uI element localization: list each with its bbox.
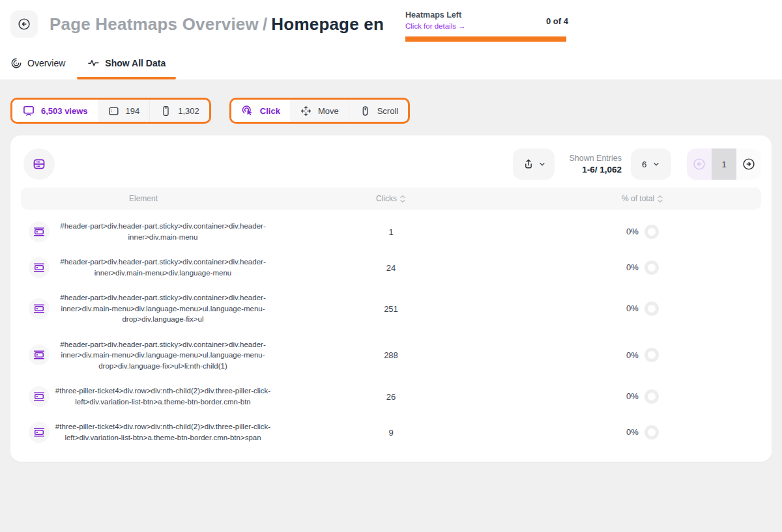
element-selector: #header-part>div.header-part.sticky>div.… xyxy=(52,221,274,242)
clicks-count: 24 xyxy=(386,263,396,273)
mobile-icon xyxy=(160,105,172,117)
interaction-toggle: Click Move Scroll xyxy=(229,98,410,124)
clicks-count: 251 xyxy=(384,304,398,314)
previous-page-button[interactable] xyxy=(687,148,712,180)
breadcrumb-current-page: Homepage en xyxy=(271,14,384,34)
back-icon xyxy=(17,17,31,31)
tablet-icon xyxy=(108,105,120,117)
percent-ring xyxy=(644,260,659,275)
clicks-count: 26 xyxy=(386,392,396,402)
sort-icon xyxy=(657,195,663,203)
element-selector: #header-part>div.header-part.sticky>div.… xyxy=(52,257,274,278)
clicks-count: 9 xyxy=(388,428,393,438)
element-type-button[interactable] xyxy=(29,344,50,365)
arrow-right-circle-icon xyxy=(742,157,756,171)
shown-entries-value: 1-6/ 1,062 xyxy=(569,165,622,175)
mode-click-button[interactable]: Click xyxy=(231,100,290,122)
back-button[interactable] xyxy=(10,10,38,38)
upload-icon xyxy=(522,158,535,171)
device-mobile-label: 1,302 xyxy=(178,106,199,116)
device-tablet-button[interactable]: 194 xyxy=(98,100,151,122)
data-source-button[interactable] xyxy=(23,148,55,180)
scroll-mouse-icon xyxy=(359,105,371,117)
column-header-percent[interactable]: % of total xyxy=(622,194,663,203)
element-selector: #three-piller-ticket4>div.row>div:nth-ch… xyxy=(52,385,274,407)
heatmaps-details-link[interactable]: Click for details → xyxy=(405,22,466,30)
clicks-count: 288 xyxy=(384,350,398,360)
percent-of-total: 0% xyxy=(626,350,639,360)
percent-ring xyxy=(644,301,659,316)
element-type-button[interactable] xyxy=(29,221,50,242)
chevron-down-icon xyxy=(652,160,660,168)
page-size-value: 6 xyxy=(642,160,646,169)
move-icon xyxy=(300,105,312,117)
heatmaps-quota: 0 of 4 xyxy=(546,16,568,26)
table-row: #three-piller-ticket4>div.row>div:nth-ch… xyxy=(10,414,772,450)
export-button[interactable] xyxy=(513,148,555,180)
current-page-indicator: 1 xyxy=(712,148,736,180)
percent-of-total: 0% xyxy=(626,262,639,272)
shown-entries-label: Shown Entries xyxy=(569,154,622,163)
device-mobile-button[interactable]: 1,302 xyxy=(150,100,209,122)
tab-show-all-data[interactable]: Show All Data xyxy=(87,57,166,79)
percent-ring xyxy=(644,425,659,440)
percent-of-total: 0% xyxy=(626,427,639,437)
spiral-icon xyxy=(10,57,22,69)
card-toolbar: Shown Entries 1-6/ 1,062 6 1 xyxy=(10,135,772,188)
table-row: #header-part>div.header-part.sticky>div.… xyxy=(10,285,772,332)
table-row: #header-part>div.header-part.sticky>div.… xyxy=(10,332,772,379)
table-header: Element Clicks % of total xyxy=(21,188,761,210)
pagination: 1 xyxy=(687,148,761,180)
device-toggle: 6,503 views 194 1,302 xyxy=(10,98,211,124)
element-type-button[interactable] xyxy=(29,422,50,443)
page-size-select[interactable]: 6 xyxy=(631,148,671,180)
heatmaps-progress-fill xyxy=(405,36,566,42)
element-selector: #header-part>div.header-part.sticky>div.… xyxy=(52,339,274,372)
mode-move-label: Move xyxy=(318,106,339,116)
element-card-icon xyxy=(33,302,46,315)
percent-of-total: 0% xyxy=(626,391,639,401)
percent-ring xyxy=(644,225,659,239)
column-header-clicks[interactable]: Clicks xyxy=(376,194,406,203)
element-type-button[interactable] xyxy=(29,386,50,407)
element-selector: #header-part>div.header-part.sticky>div.… xyxy=(52,292,274,325)
element-selector: #three-piller-ticket4>div.row>div:nth-ch… xyxy=(52,421,274,443)
next-page-button[interactable] xyxy=(736,148,761,180)
percent-of-total: 0% xyxy=(626,303,639,313)
breadcrumb-separator: / xyxy=(263,14,267,34)
click-ripple-icon xyxy=(241,104,254,117)
arrow-left-circle-icon xyxy=(692,157,706,171)
chevron-down-icon xyxy=(538,160,546,168)
desktop-icon xyxy=(22,104,35,117)
element-type-button[interactable] xyxy=(29,298,50,319)
mode-move-button[interactable]: Move xyxy=(290,100,349,122)
mode-click-label: Click xyxy=(260,106,280,116)
column-header-element: Element xyxy=(129,194,158,203)
page-title: Page Heatmaps Overview/Homepage en xyxy=(50,14,384,35)
tab-show-all-data-label: Show All Data xyxy=(105,58,166,68)
table-body: #header-part>div.header-part.sticky>div.… xyxy=(10,214,772,450)
tab-overview-label: Overview xyxy=(27,58,65,68)
percent-ring xyxy=(644,348,659,362)
pulse-icon xyxy=(87,57,100,69)
table-row: #header-part>div.header-part.sticky>div.… xyxy=(10,249,772,285)
clicks-count: 1 xyxy=(388,227,393,237)
device-desktop-label: 6,503 views xyxy=(41,106,88,116)
shown-entries: Shown Entries 1-6/ 1,062 xyxy=(569,154,622,175)
mode-scroll-button[interactable]: Scroll xyxy=(349,100,409,122)
element-card-icon xyxy=(33,225,46,238)
heatmaps-left-widget: Heatmaps Left Click for details → 0 of 4 xyxy=(405,10,575,31)
device-desktop-button[interactable]: 6,503 views xyxy=(12,100,98,122)
sort-icon xyxy=(399,195,406,203)
element-card-icon xyxy=(33,390,46,403)
tabs: Overview Show All Data xyxy=(10,57,166,79)
heatmaps-progress-bar xyxy=(405,36,566,42)
device-tablet-label: 194 xyxy=(126,106,140,116)
element-card-icon xyxy=(33,261,46,274)
element-type-button[interactable] xyxy=(29,257,50,278)
table-row: #header-part>div.header-part.sticky>div.… xyxy=(10,214,772,249)
tab-overview[interactable]: Overview xyxy=(10,57,65,79)
percent-ring xyxy=(644,389,659,404)
element-card-icon xyxy=(33,426,46,439)
mode-scroll-label: Scroll xyxy=(377,106,399,116)
